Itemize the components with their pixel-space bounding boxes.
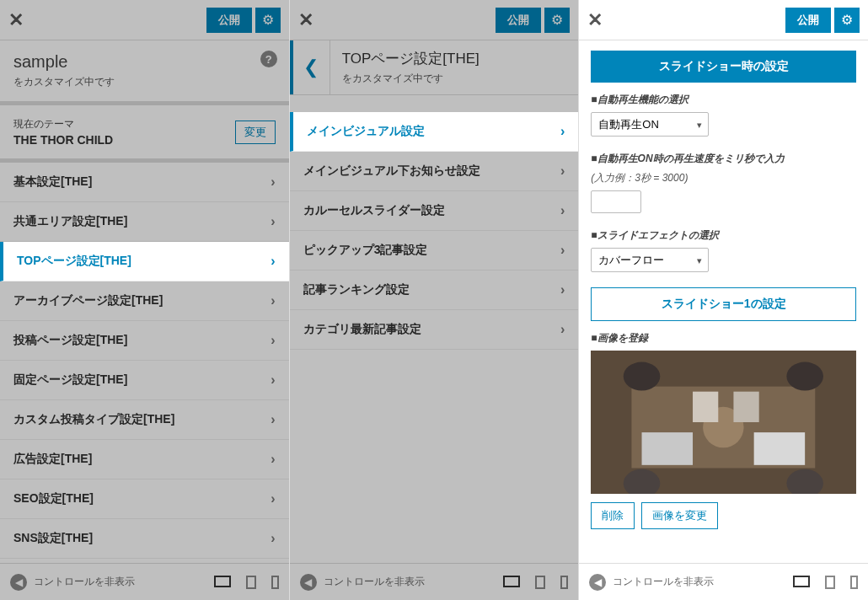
svg-point-7 — [624, 362, 661, 391]
tablet-preview-icon[interactable] — [246, 576, 256, 589]
submenu-item-label: カルーセルスライダー設定 — [303, 203, 445, 218]
publish-button[interactable]: 公開 — [206, 8, 252, 33]
mobile-preview-icon[interactable] — [271, 576, 279, 589]
desktop-preview-icon[interactable] — [503, 576, 520, 587]
chevron-right-icon: › — [560, 124, 565, 139]
theme-name: THE THOR CHILD — [13, 133, 113, 147]
mobile-preview-icon[interactable] — [850, 576, 858, 589]
sidebar-item[interactable]: TOPページ設定[THE]› — [0, 242, 289, 281]
sidebar-item-label: 共通エリア設定[THE] — [13, 214, 127, 229]
section-title: TOPページ設定[THE] — [342, 49, 480, 68]
sidebar-item[interactable]: 共通エリア設定[THE]› — [0, 202, 289, 242]
effect-label: ■スライドエフェクトの選択 — [591, 228, 856, 243]
svg-rect-3 — [754, 432, 806, 465]
sidebar-item-label: SEO設定[THE] — [13, 491, 94, 506]
customizing-label: をカスタマイズ中です — [342, 72, 480, 86]
hide-controls-button[interactable]: ◀ コントロールを非表示 — [300, 574, 425, 591]
sidebar-item-label: カスタム投稿タイプ設定[THE] — [13, 412, 174, 427]
submenu-item-label: ピックアップ3記事設定 — [303, 243, 428, 258]
effect-select[interactable]: カバーフロー — [591, 248, 709, 272]
sidebar-item-label: TOPページ設定[THE] — [17, 254, 131, 269]
gear-icon[interactable]: ⚙ — [834, 8, 860, 33]
slideshow1-settings-header: スライドショー1の設定 — [591, 287, 856, 321]
chevron-right-icon: › — [560, 322, 565, 337]
sidebar-item-label: 広告設定[THE] — [13, 452, 92, 467]
close-icon[interactable]: ✕ — [587, 9, 603, 31]
speed-label: ■自動再生ON時の再生速度をミリ秒で入力 — [591, 152, 856, 166]
chevron-right-icon: › — [271, 452, 275, 467]
gear-icon[interactable]: ⚙ — [255, 8, 281, 33]
change-theme-button[interactable]: 変更 — [235, 121, 276, 144]
close-icon[interactable]: ✕ — [8, 9, 24, 31]
sidebar-item[interactable]: 基本設定[THE]› — [0, 163, 289, 202]
sidebar-item[interactable]: SNS設定[THE]› — [0, 519, 289, 559]
sidebar-item-label: 投稿ページ設定[THE] — [13, 333, 127, 348]
desktop-preview-icon[interactable] — [793, 576, 810, 587]
close-icon[interactable]: ✕ — [298, 9, 313, 31]
sidebar-item[interactable]: アーカイブページ設定[THE]› — [0, 281, 289, 321]
current-theme-label: 現在のテーマ — [13, 117, 113, 131]
submenu-item-label: カテゴリ最新記事設定 — [303, 322, 421, 337]
desktop-preview-icon[interactable] — [214, 576, 231, 587]
sidebar-item-label: アーカイブページ設定[THE] — [13, 293, 163, 308]
tablet-preview-icon[interactable] — [535, 576, 545, 589]
mobile-preview-icon[interactable] — [560, 576, 568, 589]
chevron-right-icon: › — [271, 412, 275, 427]
submenu-item-label: メインビジュアル下お知らせ設定 — [303, 163, 480, 179]
collapse-icon: ◀ — [10, 574, 27, 591]
chevron-right-icon: › — [271, 174, 275, 190]
delete-image-button[interactable]: 削除 — [591, 502, 635, 529]
speed-hint: (入力例：3秒 = 3000) — [591, 171, 856, 185]
chevron-right-icon: › — [271, 372, 275, 388]
chevron-right-icon: › — [560, 282, 565, 297]
sidebar-item[interactable]: カスタム投稿タイプ設定[THE]› — [0, 400, 289, 440]
submenu-item[interactable]: 記事ランキング設定› — [290, 271, 579, 310]
change-image-button[interactable]: 画像を変更 — [641, 502, 718, 529]
hide-controls-label: コントロールを非表示 — [613, 575, 714, 589]
svg-rect-5 — [693, 392, 718, 422]
chevron-right-icon: › — [271, 293, 275, 308]
customizing-label: をカスタマイズ中です — [13, 75, 276, 89]
submenu-item[interactable]: カテゴリ最新記事設定› — [290, 310, 579, 350]
submenu-item[interactable]: ピックアップ3記事設定› — [290, 231, 579, 271]
sidebar-item-label: 固定ページ設定[THE] — [13, 372, 127, 388]
tablet-preview-icon[interactable] — [825, 576, 835, 589]
sidebar-item-label: 基本設定[THE] — [13, 174, 92, 190]
chevron-right-icon: › — [271, 333, 275, 348]
publish-button[interactable]: 公開 — [496, 8, 541, 33]
back-button[interactable]: ❮ — [290, 40, 330, 94]
site-title: sample — [13, 52, 276, 72]
chevron-right-icon: › — [271, 491, 275, 506]
help-icon[interactable]: ? — [260, 51, 277, 67]
slideshow-settings-header: スライドショー時の設定 — [591, 51, 856, 83]
chevron-right-icon: › — [271, 214, 275, 229]
chevron-right-icon: › — [560, 163, 565, 179]
publish-button[interactable]: 公開 — [785, 8, 831, 33]
hide-controls-button[interactable]: ◀ コントロールを非表示 — [10, 574, 135, 591]
sidebar-item-label: SNS設定[THE] — [13, 531, 93, 546]
submenu-item-label: 記事ランキング設定 — [303, 282, 410, 297]
sidebar-item[interactable]: SEO設定[THE]› — [0, 479, 289, 519]
chevron-right-icon: › — [271, 254, 275, 269]
chevron-right-icon: › — [271, 531, 275, 546]
sidebar-item[interactable]: 投稿ページ設定[THE]› — [0, 321, 289, 361]
collapse-icon: ◀ — [589, 574, 606, 591]
svg-point-8 — [787, 362, 824, 391]
sidebar-item[interactable]: 広告設定[THE]› — [0, 440, 289, 479]
hide-controls-button[interactable]: ◀ コントロールを非表示 — [589, 574, 714, 591]
sidebar-item[interactable]: 固定ページ設定[THE]› — [0, 361, 289, 400]
speed-input[interactable] — [591, 190, 641, 213]
slideshow-image-thumbnail[interactable] — [591, 351, 856, 494]
chevron-right-icon: › — [560, 243, 565, 258]
submenu-item[interactable]: カルーセルスライダー設定› — [290, 191, 579, 231]
svg-rect-2 — [642, 432, 694, 465]
gear-icon[interactable]: ⚙ — [544, 8, 570, 33]
image-register-label: ■画像を登録 — [591, 331, 856, 346]
chevron-right-icon: › — [560, 203, 565, 218]
submenu-item[interactable]: メインビジュアル設定› — [290, 112, 579, 152]
submenu-item[interactable]: メインビジュアル下お知らせ設定› — [290, 152, 579, 191]
hide-controls-label: コントロールを非表示 — [324, 575, 425, 589]
svg-rect-6 — [734, 392, 759, 422]
autoplay-label: ■自動再生機能の選択 — [591, 93, 856, 107]
autoplay-select[interactable]: 自動再生ON — [591, 112, 709, 137]
